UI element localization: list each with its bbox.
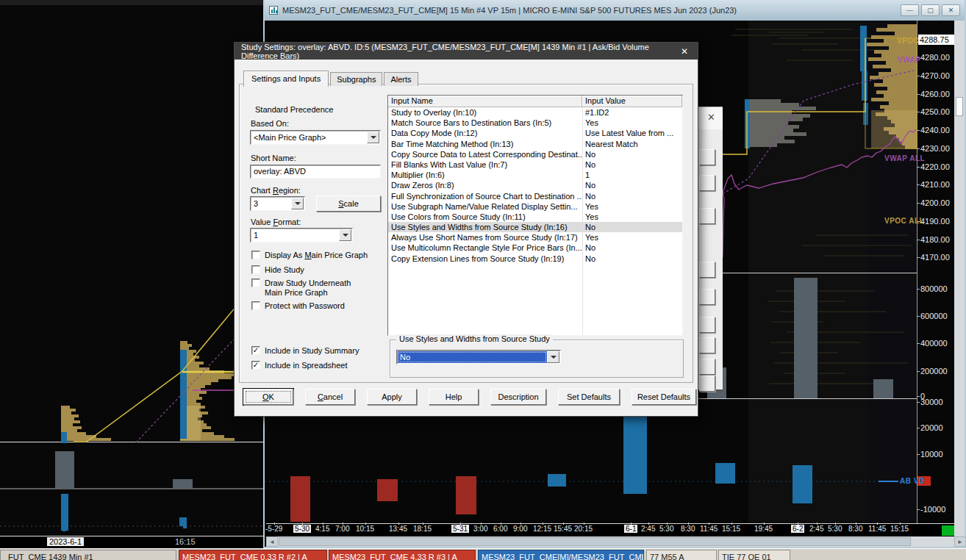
short-name-label: Short Name: bbox=[251, 154, 296, 162]
taskbar: _FUT_CME 1439 Min #1MESM23_FUT_CME 0.33 … bbox=[0, 548, 966, 560]
background-dialog-button[interactable] bbox=[699, 289, 715, 305]
scroll-left-icon[interactable]: ◄ bbox=[266, 536, 278, 547]
input-name-cell: Draw Zeros (In:8) bbox=[388, 180, 582, 190]
input-value-cell: No bbox=[582, 159, 682, 170]
checkbox-label: Hide Study bbox=[265, 265, 304, 275]
taskbar-item[interactable]: 77 M55 A bbox=[646, 550, 717, 560]
taskbar-item[interactable]: _FUT_CME 1439 Min #1 bbox=[0, 550, 176, 560]
checkbox-label: Include in Study Summary bbox=[265, 346, 359, 356]
table-row[interactable]: Use Multicolumn Rectangle Style For Pric… bbox=[388, 243, 682, 253]
checkbox[interactable] bbox=[251, 346, 260, 355]
chart-region-select[interactable]: 3 bbox=[250, 196, 305, 211]
tab-settings-and-inputs[interactable]: Settings and Inputs bbox=[243, 71, 329, 87]
screen: 2023-6-1 16:15 MESM23_FUT_CME/MESM23_FUT… bbox=[0, 0, 966, 560]
checkbox[interactable] bbox=[251, 251, 260, 259]
table-row[interactable]: Multiplier (In:6)1 bbox=[388, 170, 682, 180]
table-row[interactable]: Match Source Bars to Destination Bars (I… bbox=[388, 118, 682, 128]
table-row[interactable]: Bar Time Matching Method (In:13)Nearest … bbox=[388, 139, 682, 149]
scale-button[interactable]: Scale bbox=[316, 195, 381, 212]
table-row[interactable]: Fill Blanks With Last Value (In:7)No bbox=[388, 159, 682, 170]
cancel-button[interactable]: Cancel bbox=[305, 389, 355, 405]
table-row[interactable]: Use Subgraph Name/Value Related Display … bbox=[388, 201, 682, 212]
background-dialog-button[interactable] bbox=[699, 149, 715, 165]
vertical-scrollbar[interactable] bbox=[954, 21, 965, 536]
reset-defaults-button[interactable]: Reset Defaults bbox=[632, 389, 696, 405]
background-dialog-button[interactable] bbox=[699, 175, 715, 191]
dialog-buttons: OKCancelApplyHelpDescriptionSet Defaults… bbox=[243, 389, 696, 405]
input-value-select[interactable]: No bbox=[396, 350, 561, 365]
checkbox[interactable] bbox=[251, 301, 260, 310]
close-button-icon[interactable]: ✕ bbox=[942, 4, 960, 16]
based-on-select[interactable]: <Main Price Graph> bbox=[250, 130, 381, 145]
input-value-cell: No bbox=[582, 149, 682, 159]
input-name-cell: Match Source Bars to Destination Bars (I… bbox=[388, 118, 582, 128]
chevron-down-icon[interactable] bbox=[547, 351, 559, 363]
left-window-edge bbox=[0, 0, 263, 5]
ok-button[interactable]: OK bbox=[243, 389, 293, 405]
input-value-cell: Yes bbox=[582, 212, 682, 222]
checkbox-row[interactable]: Hide Study bbox=[251, 265, 384, 275]
help-button[interactable]: Help bbox=[429, 389, 479, 405]
table-row[interactable]: Copy Source Data to Latest Corresponding… bbox=[388, 149, 682, 159]
background-dialog-button[interactable] bbox=[699, 376, 715, 392]
table-row[interactable]: Draw Zeros (In:8)No bbox=[388, 180, 682, 190]
description-button[interactable]: Description bbox=[490, 389, 546, 405]
table-row[interactable]: Always Use Short Names from Source Study… bbox=[388, 232, 682, 243]
vscrollbar-thumb[interactable] bbox=[956, 97, 963, 116]
checkbox[interactable] bbox=[251, 279, 260, 287]
chevron-down-icon[interactable] bbox=[291, 198, 304, 209]
background-dialog-close-icon[interactable]: ✕ bbox=[707, 112, 715, 123]
set-defaults-button[interactable]: Set Defaults bbox=[558, 389, 620, 405]
taskbar-item[interactable]: TIE 77 OE 01 bbox=[718, 550, 790, 560]
tab-subgraphs[interactable]: Subgraphs bbox=[330, 72, 382, 86]
input-value-cell: No bbox=[582, 180, 682, 190]
dialog-titlebar[interactable]: Study Settings: overlay: ABVD. ID:5 (MES… bbox=[235, 43, 698, 60]
checkbox-row[interactable]: Include in Study Summary bbox=[251, 346, 384, 356]
chart-icon bbox=[269, 6, 278, 15]
maximize-button-icon[interactable]: ▢ bbox=[921, 4, 940, 16]
checkbox-row[interactable]: Display As Main Price Graph bbox=[251, 251, 384, 260]
table-row[interactable]: Full Synchronization of Source Chart to … bbox=[388, 191, 682, 201]
tab-alerts[interactable]: Alerts bbox=[384, 72, 418, 86]
table-row[interactable]: Study to Overlay (In:10)#1.ID2 bbox=[388, 107, 682, 118]
checkbox[interactable] bbox=[251, 265, 260, 274]
input-value-cell: Yes bbox=[582, 232, 682, 243]
background-dialog-button[interactable] bbox=[699, 359, 715, 375]
checkbox-row[interactable]: Protect with Password bbox=[251, 301, 384, 311]
checkbox-label: Protect with Password bbox=[265, 301, 345, 311]
dialog-close-icon[interactable]: ✕ bbox=[678, 46, 691, 57]
background-dialog-button[interactable] bbox=[699, 262, 715, 278]
table-row[interactable]: Copy Extension Lines from Source Study (… bbox=[388, 254, 682, 264]
table-row[interactable]: Use Colors from Source Study (In:11)Yes bbox=[388, 212, 682, 222]
input-value-cell: No bbox=[582, 254, 682, 264]
chevron-down-icon[interactable] bbox=[339, 229, 351, 241]
col-input-value: Input Value bbox=[582, 96, 682, 107]
table-row[interactable]: Data Copy Mode (In:12)Use Latest Value f… bbox=[388, 128, 682, 138]
value-format-select[interactable]: 1 bbox=[250, 228, 353, 243]
horizontal-scrollbar[interactable]: ◄ ► bbox=[266, 536, 966, 547]
taskbar-item[interactable]: MESM23_FUT_CME 4.33 R #3 | A bbox=[329, 550, 476, 560]
taskbar-item[interactable]: MESM23_FUT_CME[M]/MESM23_FUT_CME 15 M bbox=[478, 550, 644, 560]
background-dialog-button[interactable] bbox=[699, 337, 715, 353]
table-column-divider bbox=[582, 107, 583, 335]
checkbox[interactable] bbox=[251, 361, 260, 370]
settings-tab-page: Standard Precedence Based On: <Main Pric… bbox=[239, 84, 693, 383]
background-dialog-button[interactable] bbox=[699, 317, 715, 333]
input-name-cell: Use Colors from Source Study (In:11) bbox=[388, 212, 582, 222]
short-name-input[interactable]: overlay: ABVD bbox=[250, 165, 381, 179]
scroll-right-icon[interactable]: ► bbox=[954, 536, 966, 547]
window-titlebar[interactable]: MESM23_FUT_CME/MESM23_FUT_CME[M] 15 Min … bbox=[265, 0, 965, 21]
background-dialog-button[interactable] bbox=[699, 208, 715, 224]
inputs-table: Input Name Input Value Study to Overlay … bbox=[387, 95, 683, 336]
checkbox-row[interactable]: Include in Spreadsheet bbox=[251, 361, 384, 370]
input-name-cell: Use Subgraph Name/Value Related Display … bbox=[388, 201, 582, 212]
checkbox-row[interactable]: Draw Study Underneath Main Price Graph bbox=[251, 279, 384, 298]
apply-button[interactable]: Apply bbox=[367, 389, 417, 405]
table-row[interactable]: Use Styles and Widths from Source Study … bbox=[388, 222, 682, 232]
input-value-cell: Yes bbox=[582, 118, 682, 128]
background-dialog: ✕ bbox=[697, 107, 723, 390]
minimize-button-icon[interactable]: — bbox=[901, 4, 919, 16]
taskbar-item[interactable]: MESM23_FUT_CME 0.33 R #2 | A bbox=[179, 550, 327, 560]
chevron-down-icon[interactable] bbox=[367, 132, 379, 143]
scrollbar-thumb[interactable] bbox=[279, 537, 911, 546]
